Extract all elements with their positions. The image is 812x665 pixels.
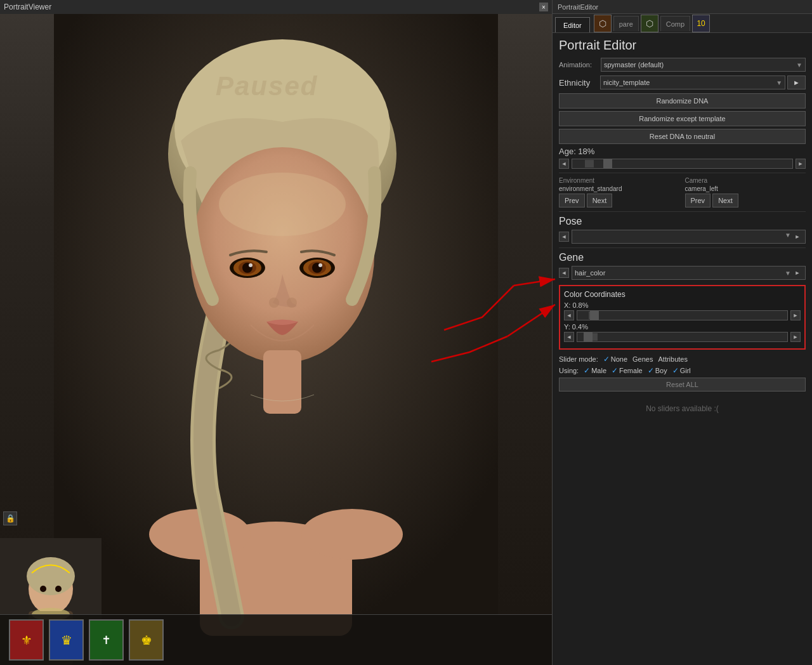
male-checkmark: ✓: [584, 366, 590, 375]
y-slider-right[interactable]: ►: [790, 332, 801, 342]
pose-left-btn[interactable]: ◄: [559, 232, 569, 242]
bottom-hud: ⚜ ♛ ✝ ♚: [0, 614, 552, 665]
environment-next-btn[interactable]: Next: [587, 194, 613, 207]
using-boy[interactable]: ✓ Boy: [648, 366, 667, 375]
tab-bar: Editor ⬡ pare ⬡ Comp 10: [553, 14, 812, 33]
environment-nav: Prev Next: [559, 194, 680, 207]
gene-label: Gene: [559, 252, 806, 263]
boy-label: Boy: [655, 367, 667, 374]
x-coord-label: X: 0.8%: [564, 301, 801, 309]
using-female[interactable]: ✓ Female: [612, 366, 643, 375]
genes-label: Genes: [632, 355, 653, 363]
svg-point-18: [318, 263, 322, 267]
animation-dropdown[interactable]: spymaster (default) ▼: [601, 58, 806, 72]
app-title: PortraitViewer: [4, 3, 51, 11]
heraldry-shield-4: ♚: [129, 619, 164, 661]
heraldry-shield-1: ⚜: [9, 619, 44, 661]
reset-dna-label: Reset DNA to neutral: [650, 133, 715, 140]
x-slider-track[interactable]: [577, 310, 788, 320]
pose-dropdown[interactable]: ▼ ►: [572, 230, 806, 244]
right-panel: PortraitEditor Editor ⬡ pare ⬡ Comp 10 P…: [552, 0, 812, 665]
animation-row: Animation: spymaster (default) ▼: [559, 58, 806, 72]
tab-count-icon[interactable]: 10: [692, 15, 710, 32]
tab-comp-icon[interactable]: ⬡: [641, 15, 658, 32]
female-checkmark: ✓: [612, 366, 618, 375]
env-camera-row: Environment environment_standard Prev Ne…: [559, 177, 806, 207]
slider-mode-genes[interactable]: Genes: [632, 355, 653, 363]
ethnicity-label: Ethnicity: [559, 78, 600, 88]
gene-value: hair_color: [575, 269, 605, 277]
slider-mode-label: Slider mode:: [559, 355, 598, 363]
pose-dropdown-arrow: ▼: [785, 232, 791, 242]
male-label: Male: [591, 367, 606, 374]
ethnicity-next-btn[interactable]: ►: [787, 76, 806, 89]
tab-compare-icon[interactable]: ⬡: [594, 15, 612, 32]
x-slider-thumb[interactable]: [590, 311, 599, 320]
age-slider: ◄ ►: [559, 159, 806, 169]
gene-right-btn[interactable]: ►: [792, 268, 802, 278]
camera-label: Camera: [685, 177, 806, 184]
camera-prev-btn[interactable]: Prev: [685, 194, 711, 207]
close-button[interactable]: ×: [539, 3, 548, 11]
animation-value: spymaster (default): [604, 61, 664, 69]
environment-value: environment_standard: [559, 185, 680, 192]
gene-dropdown[interactable]: hair_color ▼ ►: [572, 266, 806, 280]
tab-compare-label: pare: [619, 20, 633, 28]
tab-comp[interactable]: Comp: [660, 16, 690, 31]
lock-icon-wrapper[interactable]: 🔒: [3, 511, 17, 525]
color-coords-title: Color Coordinates: [564, 290, 801, 299]
reset-all-button[interactable]: Reset ALL: [559, 378, 806, 392]
gene-left-btn[interactable]: ◄: [559, 268, 569, 278]
using-row: Using: ✓ Male ✓ Female ✓ Boy ✓ Girl: [559, 366, 806, 375]
age-slider-right[interactable]: ►: [796, 159, 806, 169]
animation-dropdown-arrow: ▼: [796, 62, 802, 69]
slider-mode-row: Slider mode: ✓ None Genes Attributes: [559, 355, 806, 364]
randomize-except-button[interactable]: Randomize except template: [559, 111, 806, 126]
editor-content: Portrait Editor Animation: spymaster (de…: [553, 33, 812, 665]
girl-checkmark: ✓: [672, 366, 679, 375]
using-girl[interactable]: ✓ Girl: [672, 366, 691, 375]
right-panel-title: PortraitEditor: [558, 3, 598, 11]
divider-3: [559, 247, 806, 248]
camera-value: camera_left: [685, 185, 806, 192]
heraldry-shield-2: ♛: [49, 619, 84, 661]
attributes-label: Attributes: [658, 355, 687, 363]
divider-1: [559, 173, 806, 173]
slider-mode-attributes[interactable]: Attributes: [658, 355, 687, 363]
x-slider-left[interactable]: ◄: [564, 310, 574, 320]
age-slider-track[interactable]: [572, 159, 793, 169]
age-slider-thumb[interactable]: [603, 159, 612, 168]
none-checkmark: ✓: [603, 355, 610, 364]
using-male[interactable]: ✓ Male: [584, 366, 606, 375]
environment-prev-btn[interactable]: Prev: [559, 194, 585, 207]
y-slider-left[interactable]: ◄: [564, 332, 574, 342]
ethnicity-dropdown[interactable]: nicity_template ▼: [600, 76, 785, 89]
tab-editor[interactable]: Editor: [555, 17, 590, 32]
reset-dna-button[interactable]: Reset DNA to neutral: [559, 129, 806, 144]
svg-point-4: [301, 509, 403, 560]
pose-row: ◄ ▼ ►: [559, 230, 806, 244]
environment-label: Environment: [559, 177, 680, 184]
divider-2: [559, 211, 806, 212]
svg-point-24: [27, 557, 75, 595]
x-slider-right[interactable]: ►: [790, 310, 801, 320]
slider-mode-none[interactable]: ✓ None: [603, 355, 627, 364]
reset-all-label: Reset ALL: [666, 381, 698, 388]
svg-point-20: [287, 298, 297, 308]
y-slider-track[interactable]: [577, 332, 788, 342]
girl-label: Girl: [680, 367, 691, 374]
randomize-dna-button[interactable]: Randomize DNA: [559, 93, 806, 109]
heraldry-shield-3: ✝: [89, 619, 124, 661]
camera-nav: Prev Next: [685, 194, 806, 207]
section-title: Portrait Editor: [559, 38, 806, 53]
age-slider-left[interactable]: ◄: [559, 159, 569, 169]
pose-right-btn[interactable]: ►: [792, 232, 802, 242]
camera-next-btn[interactable]: Next: [712, 194, 738, 207]
age-label: Age: 18%: [559, 147, 594, 156]
lock-icon: 🔒: [6, 514, 15, 523]
tab-comp-label: Comp: [666, 20, 684, 28]
y-slider-thumb[interactable]: [584, 332, 593, 341]
color-coords-box: Color Coordinates X: 0.8% ◄ ► Y: 0.4% ◄: [559, 285, 806, 350]
tab-compare[interactable]: pare: [613, 16, 639, 31]
randomize-dna-label: Randomize DNA: [657, 97, 709, 105]
